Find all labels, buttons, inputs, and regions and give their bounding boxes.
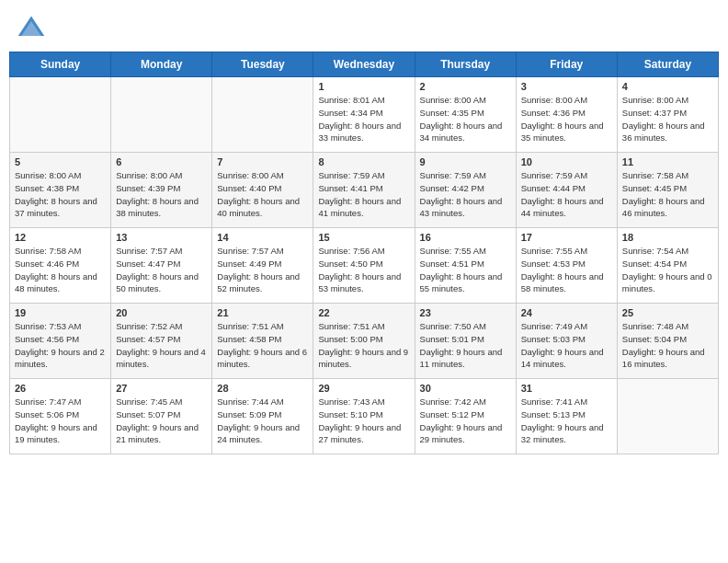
- day-number: 1: [318, 81, 409, 92]
- day-header-monday: Monday: [111, 52, 212, 77]
- day-number: 17: [521, 232, 612, 243]
- day-number: 14: [217, 232, 308, 243]
- day-cell: 29Sunrise: 7:43 AM Sunset: 5:10 PM Dayli…: [313, 379, 415, 454]
- day-info: Sunrise: 7:45 AM Sunset: 5:07 PM Dayligh…: [116, 396, 207, 446]
- day-info: Sunrise: 7:48 AM Sunset: 5:04 PM Dayligh…: [622, 320, 713, 371]
- day-cell: 27Sunrise: 7:45 AM Sunset: 5:07 PM Dayli…: [111, 379, 212, 454]
- day-cell: 4Sunrise: 8:00 AM Sunset: 4:37 PM Daylig…: [617, 77, 718, 153]
- day-info: Sunrise: 7:56 AM Sunset: 4:50 PM Dayligh…: [318, 245, 409, 295]
- day-cell: [212, 77, 313, 153]
- day-number: 8: [318, 156, 409, 167]
- day-cell: 15Sunrise: 7:56 AM Sunset: 4:50 PM Dayli…: [313, 228, 415, 304]
- day-number: 6: [116, 156, 207, 167]
- day-cell: 10Sunrise: 7:59 AM Sunset: 4:44 PM Dayli…: [516, 153, 617, 228]
- day-cell: 7Sunrise: 8:00 AM Sunset: 4:40 PM Daylig…: [212, 153, 313, 228]
- day-header-thursday: Thursday: [415, 52, 516, 77]
- header-row: SundayMondayTuesdayWednesdayThursdayFrid…: [10, 52, 719, 77]
- day-info: Sunrise: 8:00 AM Sunset: 4:38 PM Dayligh…: [15, 169, 106, 220]
- day-header-wednesday: Wednesday: [313, 52, 415, 77]
- day-info: Sunrise: 7:51 AM Sunset: 5:00 PM Dayligh…: [318, 320, 409, 371]
- page: SundayMondayTuesdayWednesdayThursdayFrid…: [0, 0, 728, 563]
- day-info: Sunrise: 7:55 AM Sunset: 4:51 PM Dayligh…: [420, 245, 511, 295]
- calendar-header: SundayMondayTuesdayWednesdayThursdayFrid…: [10, 52, 719, 77]
- day-info: Sunrise: 7:55 AM Sunset: 4:53 PM Dayligh…: [521, 245, 612, 295]
- week-row-2: 5Sunrise: 8:00 AM Sunset: 4:38 PM Daylig…: [10, 153, 719, 228]
- day-number: 18: [622, 232, 713, 243]
- day-cell: 28Sunrise: 7:44 AM Sunset: 5:09 PM Dayli…: [212, 379, 313, 454]
- day-number: 10: [521, 156, 612, 167]
- day-cell: [111, 77, 212, 153]
- day-number: 19: [15, 307, 106, 318]
- day-number: 3: [521, 81, 612, 92]
- day-info: Sunrise: 7:53 AM Sunset: 4:56 PM Dayligh…: [15, 320, 106, 371]
- day-cell: 16Sunrise: 7:55 AM Sunset: 4:51 PM Dayli…: [415, 228, 516, 304]
- day-number: 28: [217, 383, 308, 394]
- day-number: 31: [521, 383, 612, 394]
- day-cell: 21Sunrise: 7:51 AM Sunset: 4:58 PM Dayli…: [212, 304, 313, 379]
- day-cell: 2Sunrise: 8:00 AM Sunset: 4:35 PM Daylig…: [415, 77, 516, 153]
- day-cell: 3Sunrise: 8:00 AM Sunset: 4:36 PM Daylig…: [516, 77, 617, 153]
- day-info: Sunrise: 7:51 AM Sunset: 4:58 PM Dayligh…: [217, 320, 308, 371]
- day-info: Sunrise: 8:00 AM Sunset: 4:40 PM Dayligh…: [217, 169, 308, 220]
- day-cell: 14Sunrise: 7:57 AM Sunset: 4:49 PM Dayli…: [212, 228, 313, 304]
- day-info: Sunrise: 7:57 AM Sunset: 4:49 PM Dayligh…: [217, 245, 308, 295]
- day-cell: 1Sunrise: 8:01 AM Sunset: 4:34 PM Daylig…: [313, 77, 415, 153]
- week-row-4: 19Sunrise: 7:53 AM Sunset: 4:56 PM Dayli…: [10, 304, 719, 379]
- day-cell: 24Sunrise: 7:49 AM Sunset: 5:03 PM Dayli…: [516, 304, 617, 379]
- day-info: Sunrise: 7:54 AM Sunset: 4:54 PM Dayligh…: [622, 245, 713, 295]
- day-header-friday: Friday: [516, 52, 617, 77]
- day-info: Sunrise: 8:01 AM Sunset: 4:34 PM Dayligh…: [318, 94, 409, 144]
- day-cell: [10, 77, 111, 153]
- logo: [17, 13, 51, 42]
- day-info: Sunrise: 7:58 AM Sunset: 4:46 PM Dayligh…: [15, 245, 106, 295]
- day-number: 24: [521, 307, 612, 318]
- day-info: Sunrise: 7:59 AM Sunset: 4:41 PM Dayligh…: [318, 169, 409, 220]
- day-number: 25: [622, 307, 713, 318]
- calendar-table: SundayMondayTuesdayWednesdayThursdayFrid…: [9, 52, 719, 454]
- day-info: Sunrise: 7:59 AM Sunset: 4:42 PM Dayligh…: [420, 169, 511, 220]
- day-info: Sunrise: 7:57 AM Sunset: 4:47 PM Dayligh…: [116, 245, 207, 295]
- day-cell: 31Sunrise: 7:41 AM Sunset: 5:13 PM Dayli…: [516, 379, 617, 454]
- day-number: 4: [622, 81, 713, 92]
- logo-icon: [17, 13, 46, 42]
- day-cell: 19Sunrise: 7:53 AM Sunset: 4:56 PM Dayli…: [10, 304, 111, 379]
- day-cell: 12Sunrise: 7:58 AM Sunset: 4:46 PM Dayli…: [10, 228, 111, 304]
- day-cell: 18Sunrise: 7:54 AM Sunset: 4:54 PM Dayli…: [617, 228, 718, 304]
- day-number: 9: [420, 156, 511, 167]
- day-number: 22: [318, 307, 409, 318]
- day-number: 30: [420, 383, 511, 394]
- day-number: 7: [217, 156, 308, 167]
- day-cell: 11Sunrise: 7:58 AM Sunset: 4:45 PM Dayli…: [617, 153, 718, 228]
- day-cell: 6Sunrise: 8:00 AM Sunset: 4:39 PM Daylig…: [111, 153, 212, 228]
- day-header-tuesday: Tuesday: [212, 52, 313, 77]
- day-cell: 8Sunrise: 7:59 AM Sunset: 4:41 PM Daylig…: [313, 153, 415, 228]
- day-info: Sunrise: 8:00 AM Sunset: 4:36 PM Dayligh…: [521, 94, 612, 144]
- day-number: 12: [15, 232, 106, 243]
- day-info: Sunrise: 7:49 AM Sunset: 5:03 PM Dayligh…: [521, 320, 612, 371]
- day-info: Sunrise: 8:00 AM Sunset: 4:35 PM Dayligh…: [420, 94, 511, 144]
- day-number: 15: [318, 232, 409, 243]
- day-info: Sunrise: 8:00 AM Sunset: 4:39 PM Dayligh…: [116, 169, 207, 220]
- day-number: 21: [217, 307, 308, 318]
- day-number: 16: [420, 232, 511, 243]
- week-row-5: 26Sunrise: 7:47 AM Sunset: 5:06 PM Dayli…: [10, 379, 719, 454]
- day-cell: 5Sunrise: 8:00 AM Sunset: 4:38 PM Daylig…: [10, 153, 111, 228]
- day-cell: 13Sunrise: 7:57 AM Sunset: 4:47 PM Dayli…: [111, 228, 212, 304]
- day-cell: 22Sunrise: 7:51 AM Sunset: 5:00 PM Dayli…: [313, 304, 415, 379]
- day-number: 2: [420, 81, 511, 92]
- day-cell: 20Sunrise: 7:52 AM Sunset: 4:57 PM Dayli…: [111, 304, 212, 379]
- day-info: Sunrise: 7:52 AM Sunset: 4:57 PM Dayligh…: [116, 320, 207, 371]
- day-number: 5: [15, 156, 106, 167]
- day-number: 29: [318, 383, 409, 394]
- day-number: 13: [116, 232, 207, 243]
- week-row-1: 1Sunrise: 8:01 AM Sunset: 4:34 PM Daylig…: [10, 77, 719, 153]
- day-info: Sunrise: 7:58 AM Sunset: 4:45 PM Dayligh…: [622, 169, 713, 220]
- day-info: Sunrise: 7:44 AM Sunset: 5:09 PM Dayligh…: [217, 396, 308, 446]
- day-number: 20: [116, 307, 207, 318]
- day-cell: 23Sunrise: 7:50 AM Sunset: 5:01 PM Dayli…: [415, 304, 516, 379]
- day-number: 11: [622, 156, 713, 167]
- day-cell: 30Sunrise: 7:42 AM Sunset: 5:12 PM Dayli…: [415, 379, 516, 454]
- day-number: 27: [116, 383, 207, 394]
- day-cell: 26Sunrise: 7:47 AM Sunset: 5:06 PM Dayli…: [10, 379, 111, 454]
- header: [0, 0, 728, 52]
